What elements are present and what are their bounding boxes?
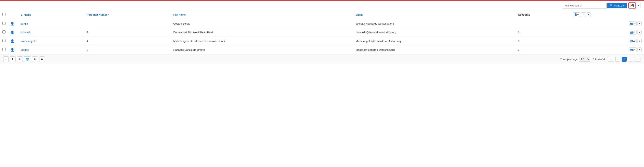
- row-personal-number-cell: 3: [84, 45, 171, 54]
- row-full-name-cell: Michelangelo di Lodovico Buonarroti Simo…: [171, 37, 353, 45]
- row-personal-number-cell: 2: [84, 28, 171, 37]
- row-personal-number-cell: 4: [84, 37, 171, 45]
- row-checkbox-cell: [0, 19, 8, 28]
- row-accounts-cell: [516, 19, 570, 28]
- user-name-link[interactable]: michelangelo: [20, 40, 36, 43]
- user-name-link[interactable]: borgia: [20, 22, 28, 25]
- refresh-button[interactable]: ↻: [32, 56, 38, 62]
- table-row: 👤 michelangelo 4 Michelangelo di Lodovic…: [0, 37, 644, 45]
- row-full-name-cell: Donatello di Niccolo di Betto Bardi: [171, 28, 353, 37]
- row-email-cell: Michelangelo@leonardo-workshop.org: [353, 37, 516, 45]
- row-icon-cell: 👤: [8, 28, 18, 37]
- table-header-row: ▲ Name Personal Number Full name Email A…: [0, 10, 644, 19]
- rows-per-page-select[interactable]: 10 20 50 100: [579, 57, 590, 62]
- email-label: Email: [356, 13, 363, 16]
- chart-button[interactable]: 🌐: [24, 56, 31, 62]
- chevron-down-icon: ▾: [638, 4, 639, 7]
- row-name-cell: borgia: [18, 19, 84, 28]
- current-page-number: 1: [624, 58, 625, 61]
- account-action-icon: 👥⇄: [630, 22, 635, 25]
- row-name-cell: michelangelo: [18, 37, 84, 45]
- account-action-icon: 👥⇄: [630, 48, 635, 51]
- more-options-button[interactable]: ▾: [637, 3, 641, 8]
- play-icon: ▶: [41, 58, 43, 61]
- row-full-name-cell: Cesare Borgia: [171, 19, 353, 28]
- row-actions-cell: 👥⇄ ▾: [570, 45, 644, 54]
- header-more-btn[interactable]: ▾: [587, 12, 591, 17]
- row-accounts-cell: 3: [516, 37, 570, 45]
- accounts-label: Accounts: [518, 13, 530, 16]
- row-name-cell: raphael: [18, 45, 84, 54]
- full-name-header: Full name: [171, 10, 353, 19]
- row-email-cell: raffaello@leonardo-workshop.org: [353, 45, 516, 54]
- bottom-actions: + ⬆ ⬇ 🌐 ↻ ▶: [3, 56, 45, 62]
- sort-asc-icon: ▲: [20, 13, 23, 16]
- last-page-button[interactable]: >>: [634, 57, 641, 62]
- row-email-cell: donatello@leonardo-workshop.org: [353, 28, 516, 37]
- pagination: Rows per page 10 20 50 100 1 to 4 of 4 <…: [560, 57, 641, 62]
- row-checkbox[interactable]: [2, 22, 6, 25]
- first-page-button[interactable]: <<: [608, 57, 614, 62]
- row-more-btn[interactable]: ▾: [638, 21, 642, 26]
- save-icon: 💾: [630, 4, 634, 7]
- refresh-icon: ↻: [34, 58, 36, 61]
- search-dropdown-arrow: ▾: [623, 4, 624, 7]
- row-account-action-btn[interactable]: 👥⇄: [629, 39, 637, 43]
- chart-icon: 🌐: [26, 58, 29, 61]
- email-header: Email: [353, 10, 516, 19]
- rows-per-page: Rows per page 10 20 50 100: [560, 57, 590, 62]
- bottom-bar: + ⬆ ⬇ 🌐 ↻ ▶ Rows per page 10 20 50 100 1…: [0, 54, 644, 64]
- import-icon: ⬆: [12, 58, 14, 61]
- row-accounts-cell: 1: [516, 28, 570, 37]
- user-name-link[interactable]: raphael: [20, 48, 29, 51]
- table-row: 👤 borgia Cesare Borgia cborgia@leonardo-…: [0, 19, 644, 28]
- row-checkbox-cell: [0, 37, 8, 45]
- row-icon-cell: 👤: [8, 19, 18, 28]
- row-more-btn[interactable]: ▾: [638, 39, 642, 43]
- add-account-header-btn[interactable]: 👤+: [573, 12, 580, 17]
- current-page-button[interactable]: 1: [622, 57, 627, 62]
- import-button[interactable]: ⬆: [10, 56, 16, 62]
- row-personal-number-cell: [84, 19, 171, 28]
- row-actions-cell: 👥⇄ ▾: [570, 37, 644, 45]
- export-icon: ⬇: [19, 58, 21, 61]
- search-input[interactable]: [562, 3, 606, 8]
- users-table: ▲ Name Personal Number Full name Email A…: [0, 10, 644, 54]
- select-all-header: [0, 10, 8, 19]
- row-checkbox[interactable]: [2, 48, 6, 51]
- user-name-link[interactable]: donatello: [20, 31, 31, 34]
- personal-number-label: Personal Number: [87, 13, 109, 16]
- row-account-action-btn[interactable]: 👥⇄: [629, 47, 637, 52]
- person-icon: 👤: [10, 48, 14, 51]
- next-page-button[interactable]: >: [628, 57, 633, 62]
- select-all-checkbox[interactable]: [2, 13, 6, 16]
- row-checkbox[interactable]: [2, 30, 6, 33]
- person-icon: 👤: [10, 22, 14, 25]
- prev-page-button[interactable]: <: [615, 57, 620, 62]
- row-account-action-btn[interactable]: 👥⇄: [629, 30, 637, 34]
- account-action-icon: 👥⇄: [630, 31, 635, 34]
- row-checkbox[interactable]: [2, 39, 6, 42]
- page-info: 1 to 4 of 4: [593, 58, 605, 61]
- row-more-btn[interactable]: ▾: [638, 47, 642, 52]
- row-more-icon: ▾: [639, 22, 640, 25]
- name-header[interactable]: ▲ Name: [18, 10, 84, 19]
- name-label: Name: [24, 13, 31, 16]
- full-name-label: Full name: [174, 13, 186, 16]
- switch-header-btn[interactable]: ⇄: [581, 12, 586, 17]
- play-button[interactable]: ▶: [39, 56, 45, 62]
- row-more-icon: ▾: [639, 31, 640, 34]
- add-button[interactable]: +: [3, 56, 8, 62]
- export-button[interactable]: ⬇: [17, 56, 23, 62]
- table-row: 👤 raphael 3 Raffaello Sanzio da Urbino r…: [0, 45, 644, 54]
- row-more-icon: ▾: [639, 40, 640, 42]
- save-button[interactable]: 💾: [628, 2, 636, 8]
- row-email-cell: cborgia@leonardo-workshop.org: [353, 19, 516, 28]
- fulltext-search-button[interactable]: 🔍 Fulltext ▾: [608, 3, 627, 8]
- row-icon-cell: 👤: [8, 45, 18, 54]
- row-icon-cell: 👤: [8, 37, 18, 45]
- accounts-header: Accounts: [516, 10, 570, 19]
- row-more-btn[interactable]: ▾: [638, 30, 642, 34]
- personal-number-header: Personal Number: [84, 10, 171, 19]
- row-account-action-btn[interactable]: 👥⇄: [629, 21, 637, 26]
